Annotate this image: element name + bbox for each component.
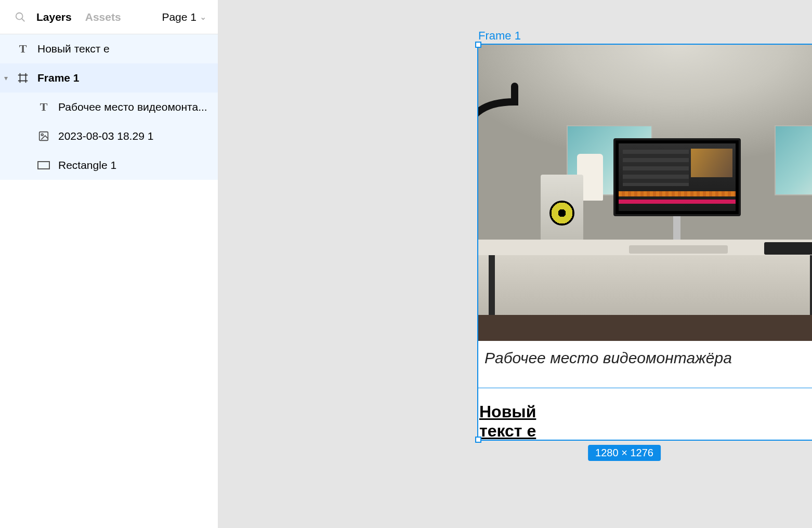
frame-icon [16,71,30,85]
selection-handle-bl[interactable] [475,437,481,443]
layers-panel: Layers Assets Page 1 ⌄ TНовый текст е▾Fr… [0,0,218,528]
overflow-text-layer[interactable]: Новый текст е [479,402,583,441]
page-selector-label: Page 1 [162,11,197,23]
svg-line-1 [22,18,25,21]
svg-rect-6 [40,132,48,141]
panel-header: Layers Assets Page 1 ⌄ [0,0,218,34]
frame-image[interactable] [478,45,812,341]
svg-point-7 [41,134,43,136]
tab-assets[interactable]: Assets [85,11,121,23]
panel-tabs: Layers Assets [36,11,162,23]
search-icon[interactable] [14,10,27,24]
frame-caption-text[interactable]: Рабочее место видеомонтажёра [484,349,732,367]
frame-1[interactable]: Рабочее место видеомонтажёра Новый текст… [478,45,812,440]
desk-scene [478,45,812,341]
rectangle-icon [36,158,51,173]
tab-layers[interactable]: Layers [36,11,72,23]
layer-name: Новый текст е [37,43,110,55]
svg-rect-8 [38,162,49,169]
frame-label[interactable]: Frame 1 [478,29,521,43]
selection-bottom-line [478,388,812,388]
selection-handle-tl[interactable] [475,42,481,48]
chevron-down-icon: ⌄ [200,12,206,22]
layer-row-3[interactable]: 2023-08-03 18.29 1 [0,122,218,151]
layer-name: 2023-08-03 18.29 1 [58,130,153,142]
text-icon: T [36,100,51,114]
layer-list: TНовый текст е▾Frame 1TРабочее место вид… [0,34,218,180]
layer-row-4[interactable]: Rectangle 1 [0,151,218,180]
image-icon [36,129,51,143]
layer-row-2[interactable]: TРабочее место видеомонта... [0,93,218,122]
app-root: Layers Assets Page 1 ⌄ TНовый текст е▾Fr… [0,0,812,528]
layer-name: Рабочее место видеомонта... [58,101,207,113]
layer-row-0[interactable]: TНовый текст е [0,34,218,63]
layer-name: Rectangle 1 [58,159,116,171]
text-icon: T [16,42,30,56]
layer-row-1[interactable]: ▾Frame 1 [0,63,218,93]
expand-arrow-icon[interactable]: ▾ [4,74,15,82]
selection-size-badge: 1280 × 1276 [588,445,661,461]
canvas[interactable]: Frame 1 [218,0,812,528]
svg-point-0 [16,12,23,19]
page-selector[interactable]: Page 1 ⌄ [162,11,206,23]
layer-name: Frame 1 [37,72,80,84]
